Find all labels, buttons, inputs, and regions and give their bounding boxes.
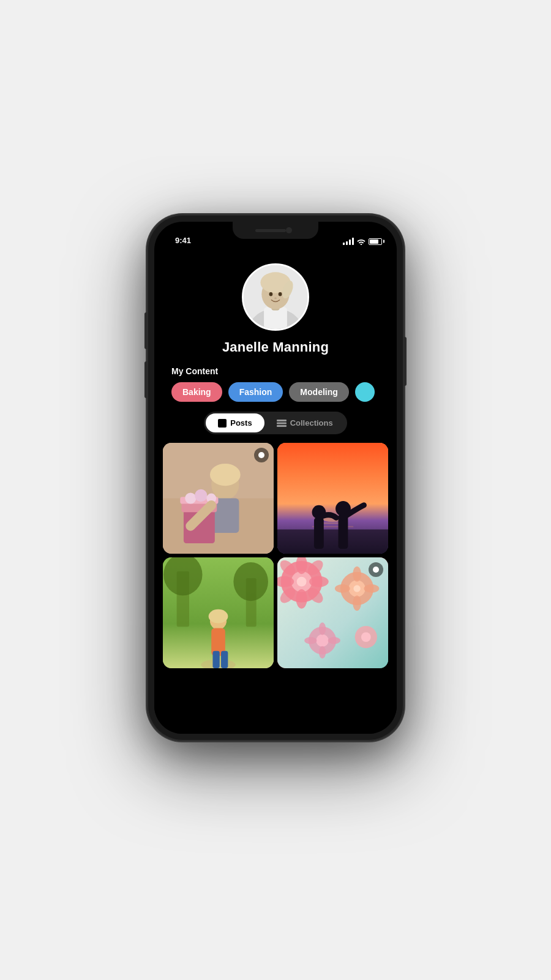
grid-item-4[interactable] — [277, 557, 388, 668]
grid-item-2[interactable] — [277, 443, 388, 554]
chip-baking[interactable]: Baking — [171, 382, 222, 402]
notch-speaker — [255, 229, 286, 232]
svg-point-59 — [353, 585, 360, 592]
svg-rect-11 — [277, 420, 287, 421]
svg-point-8 — [279, 292, 282, 296]
svg-point-60 — [353, 567, 361, 582]
status-time: 9:41 — [169, 236, 191, 245]
battery-icon — [369, 238, 382, 245]
svg-point-9 — [274, 297, 277, 299]
signal-icon — [343, 238, 354, 245]
tab-collections-label: Collections — [290, 418, 333, 428]
svg-rect-12 — [277, 422, 287, 424]
phone-mockup: 9:41 — [147, 214, 404, 741]
svg-point-67 — [319, 646, 326, 658]
svg-point-63 — [364, 584, 379, 593]
wifi-icon — [357, 238, 365, 245]
tab-collections[interactable]: Collections — [264, 413, 345, 432]
chip-fashion[interactable]: Fashion — [228, 382, 283, 402]
tab-posts[interactable]: Posts — [206, 413, 264, 432]
phone-shell: 9:41 — [147, 214, 404, 741]
collections-icon — [277, 420, 287, 427]
svg-point-61 — [353, 595, 361, 611]
svg-point-48 — [297, 577, 307, 587]
svg-point-68 — [304, 637, 317, 644]
screen-content: Janelle Manning My Content Baking Fashio… — [154, 249, 397, 734]
svg-rect-10 — [218, 419, 227, 428]
svg-point-23 — [195, 489, 207, 502]
svg-point-42 — [209, 609, 228, 624]
chip-extra[interactable] — [355, 382, 375, 402]
avatar[interactable] — [242, 263, 309, 331]
svg-point-65 — [316, 635, 328, 647]
posts-grid — [154, 434, 397, 668]
chip-modeling[interactable]: Modeling — [289, 382, 348, 402]
avatar-image — [244, 265, 307, 329]
svg-point-50 — [296, 589, 307, 609]
notch-camera — [286, 227, 292, 233]
svg-point-7 — [269, 292, 273, 296]
categories-row: Baking Fashion Modeling — [154, 382, 392, 402]
svg-point-22 — [185, 492, 196, 503]
video-indicator-1 — [254, 448, 269, 462]
svg-point-69 — [328, 637, 340, 644]
phone-notch — [233, 222, 318, 239]
username: Janelle Manning — [222, 339, 329, 355]
phone-screen: 9:41 — [154, 222, 397, 734]
svg-rect-44 — [221, 651, 228, 668]
grid-item-3[interactable] — [163, 557, 274, 668]
grid-item-1[interactable] — [163, 443, 274, 554]
svg-point-66 — [319, 622, 326, 635]
svg-rect-31 — [314, 518, 324, 549]
svg-rect-43 — [212, 651, 219, 668]
content-toggle: Posts Collections — [204, 412, 347, 434]
svg-point-62 — [335, 584, 350, 593]
status-icons — [343, 238, 382, 245]
posts-icon — [218, 419, 227, 428]
svg-rect-13 — [277, 425, 287, 427]
video-indicator-4 — [369, 562, 383, 577]
svg-point-17 — [210, 464, 241, 486]
tab-posts-label: Posts — [230, 418, 252, 428]
section-label: My Content — [171, 366, 218, 376]
svg-point-38 — [233, 562, 268, 601]
svg-point-52 — [309, 576, 329, 587]
svg-rect-29 — [277, 529, 388, 554]
svg-point-71 — [361, 632, 371, 642]
